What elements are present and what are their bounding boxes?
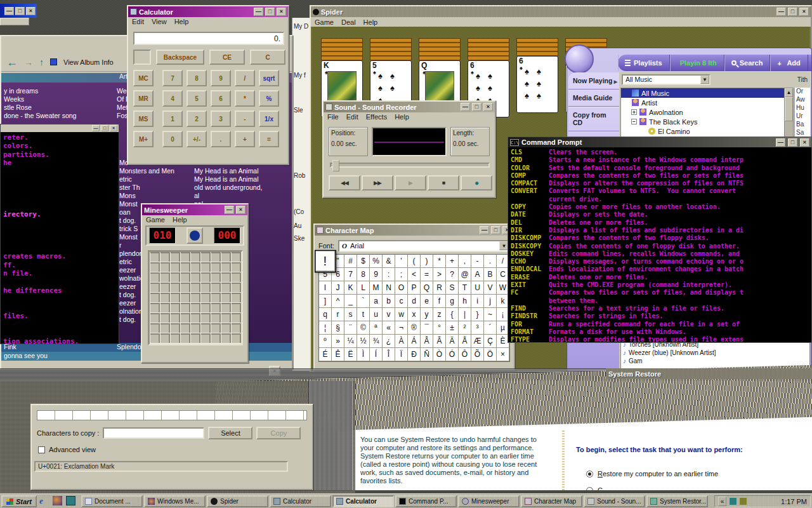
character-cell[interactable]: {: [446, 308, 459, 321]
sidebar-item[interactable]: Now Playing: [568, 72, 619, 90]
minimize-button[interactable]: —: [92, 125, 100, 131]
tree-expander[interactable]: +: [631, 109, 637, 115]
character-cell[interactable]: R: [433, 281, 446, 295]
character-cell[interactable]: i: [471, 295, 484, 308]
character-cell[interactable]: ;: [395, 268, 408, 281]
calculator-button[interactable]: MC: [133, 70, 154, 86]
character-cell[interactable]: ¬: [395, 321, 408, 335]
character-cell[interactable]: ): [421, 255, 433, 268]
character-cell[interactable]: ^: [332, 295, 344, 308]
maximize-button[interactable]: □: [15, 7, 25, 15]
minimize-button[interactable]: —: [776, 8, 786, 16]
taskbar-button[interactable]: Spider: [207, 495, 268, 507]
character-cell[interactable]: w: [395, 308, 408, 321]
chevron-down-icon[interactable]: ▼: [700, 76, 709, 84]
character-cell[interactable]: >: [433, 268, 446, 281]
character-cell[interactable]: Ñ: [421, 348, 433, 361]
character-cell[interactable]: j: [484, 295, 497, 308]
taskbar-button[interactable]: Minesweeper: [458, 495, 520, 507]
character-cell[interactable]: ¯: [421, 321, 433, 335]
character-cell[interactable]: ¾: [370, 335, 383, 348]
character-cell[interactable]: ©: [357, 321, 370, 335]
character-cell[interactable]: :: [383, 268, 395, 281]
character-cell[interactable]: Ò: [433, 348, 446, 361]
transport-button[interactable]: ●: [461, 175, 492, 190]
topbar-button[interactable]: Playin 8 Ith: [670, 55, 724, 71]
calculator-button[interactable]: MR: [133, 90, 154, 107]
character-cell[interactable]: ?: [446, 268, 459, 281]
character-cell[interactable]: P: [408, 281, 421, 295]
character-cell[interactable]: T: [459, 281, 471, 295]
calculator-button[interactable]: 1: [162, 110, 183, 127]
internet-explorer-icon[interactable]: e: [39, 496, 49, 505]
menu-item[interactable]: View: [152, 18, 167, 25]
tray-status-icon[interactable]: [740, 498, 747, 505]
character-cell[interactable]: ~: [484, 308, 497, 321]
character-cell[interactable]: ´: [484, 321, 497, 335]
volume-icon[interactable]: [730, 498, 737, 505]
calculator-button[interactable]: Backspace: [156, 50, 204, 65]
calculator-button[interactable]: 7: [162, 70, 183, 86]
maximize-button[interactable]: □: [788, 138, 797, 147]
close-button[interactable]: ×: [800, 138, 809, 147]
taskbar-button[interactable]: Document ...: [81, 495, 143, 507]
menu-item[interactable]: Help: [174, 18, 189, 25]
taskbar-button[interactable]: Calculator: [270, 495, 331, 507]
tree-item[interactable]: El Camino: [621, 126, 785, 136]
start-button[interactable]: Start: [1, 495, 37, 507]
character-cell[interactable]: h: [459, 295, 471, 308]
character-cell[interactable]: §: [332, 321, 344, 335]
taskbar-button[interactable]: Calculator: [332, 495, 394, 507]
song-row[interactable]: ster Thold world underground,: [119, 184, 291, 192]
character-cell[interactable]: r: [332, 308, 344, 321]
copy-button[interactable]: Copy: [256, 427, 301, 439]
song-row[interactable]: Monsters and MenMy Head is an Animal: [119, 167, 291, 175]
character-cell[interactable]: 8: [357, 268, 370, 281]
sidebar-item[interactable]: Media Guide: [568, 90, 619, 107]
close-button[interactable]: ×: [236, 206, 246, 214]
character-cell[interactable]: e: [421, 295, 433, 308]
menu-item[interactable]: Help: [173, 216, 187, 224]
character-cell[interactable]: Ï: [395, 348, 408, 361]
taskbar-button[interactable]: Character Map: [521, 495, 582, 507]
character-cell[interactable]: |: [459, 308, 471, 321]
character-cell[interactable]: Â: [421, 335, 433, 348]
track-row[interactable]: ♪Weezer (blue) [Unknown Artist]: [621, 349, 809, 357]
character-cell[interactable]: b: [383, 295, 395, 308]
character-cell[interactable]: y: [421, 308, 433, 321]
forward-button[interactable]: →: [24, 58, 33, 67]
calculator-button[interactable]: M+: [133, 131, 154, 147]
character-cell[interactable]: º: [319, 335, 332, 348]
character-cell[interactable]: Ó: [446, 348, 459, 361]
character-cell[interactable]: q: [319, 308, 332, 321]
character-cell[interactable]: ³: [471, 321, 484, 335]
character-cell[interactable]: ': [395, 255, 408, 268]
character-cell[interactable]: Á: [408, 335, 421, 348]
title-column-header[interactable]: Tith: [797, 76, 808, 83]
maximize-button[interactable]: □: [788, 8, 797, 16]
character-cell[interactable]: <: [408, 268, 421, 281]
character-cell[interactable]: f: [433, 295, 446, 308]
minimize-button[interactable]: —: [4, 7, 14, 15]
slider-thumb[interactable]: [332, 160, 339, 171]
back-button[interactable]: ←: [6, 57, 18, 68]
calculator-button[interactable]: sqrt: [259, 70, 279, 86]
character-cell[interactable]: Ö: [484, 348, 497, 361]
all-music-dropdown[interactable]: All Music ▼: [622, 74, 710, 85]
character-cell[interactable]: Å: [459, 335, 471, 348]
calculator-button[interactable]: 5: [187, 90, 207, 107]
sidebar-item[interactable]: Copy from CD: [568, 107, 619, 131]
character-cell[interactable]: ±: [446, 321, 459, 335]
character-cell[interactable]: Ä: [446, 335, 459, 348]
character-cell[interactable]: u: [370, 308, 383, 321]
character-cell[interactable]: Q: [421, 281, 433, 295]
character-cell[interactable]: M: [370, 281, 383, 295]
seek-slider[interactable]: [330, 163, 490, 168]
show-desktop-icon[interactable]: [66, 496, 75, 505]
font-dropdown[interactable]: O Arial ▼: [338, 240, 510, 252]
character-cell[interactable]: »: [332, 335, 344, 348]
character-cell[interactable]: ¿: [383, 335, 395, 348]
tree-item[interactable]: − The Black Keys: [621, 117, 785, 126]
minimize-button[interactable]: —: [225, 206, 234, 214]
menu-item[interactable]: Help: [363, 18, 378, 26]
